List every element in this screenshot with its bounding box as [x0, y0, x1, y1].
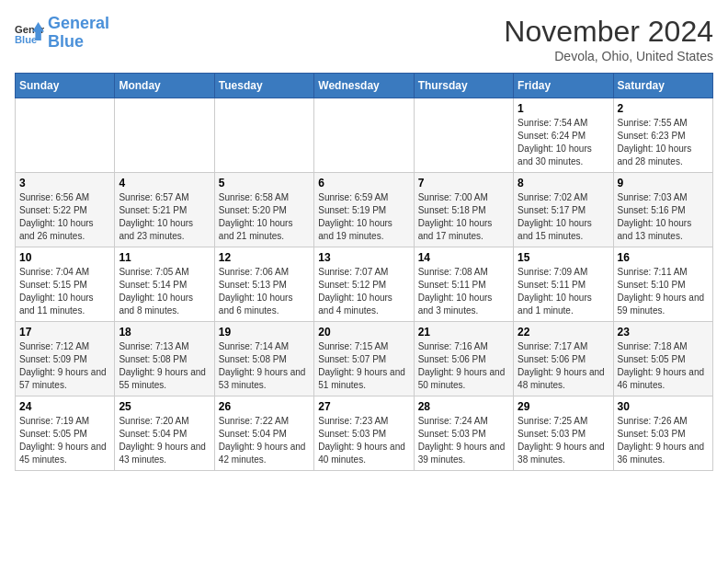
month-title: November 2024 — [504, 15, 713, 49]
calendar-cell: 23Sunrise: 7:18 AM Sunset: 5:05 PM Dayli… — [613, 322, 712, 396]
day-number: 12 — [219, 251, 310, 264]
calendar-cell: 8Sunrise: 7:02 AM Sunset: 5:17 PM Daylig… — [514, 173, 613, 247]
calendar-cell: 13Sunrise: 7:07 AM Sunset: 5:12 PM Dayli… — [314, 247, 414, 322]
day-info: Sunrise: 6:57 AM Sunset: 5:21 PM Dayligh… — [119, 191, 210, 243]
calendar-week-row: 3Sunrise: 6:56 AM Sunset: 5:22 PM Daylig… — [16, 173, 713, 247]
calendar-cell: 12Sunrise: 7:06 AM Sunset: 5:13 PM Dayli… — [214, 247, 313, 322]
day-number: 26 — [219, 400, 310, 413]
header-saturday: Saturday — [613, 74, 712, 98]
day-info: Sunrise: 7:25 AM Sunset: 5:03 PM Dayligh… — [518, 415, 609, 466]
calendar-cell: 30Sunrise: 7:26 AM Sunset: 5:03 PM Dayli… — [613, 396, 712, 471]
calendar-cell: 27Sunrise: 7:23 AM Sunset: 5:03 PM Dayli… — [314, 396, 414, 471]
day-number: 19 — [219, 326, 310, 339]
day-info: Sunrise: 7:04 AM Sunset: 5:15 PM Dayligh… — [19, 266, 110, 317]
calendar-cell: 28Sunrise: 7:24 AM Sunset: 5:03 PM Dayli… — [414, 396, 513, 471]
day-info: Sunrise: 7:05 AM Sunset: 5:14 PM Dayligh… — [119, 266, 210, 317]
calendar-cell: 2Sunrise: 7:55 AM Sunset: 6:23 PM Daylig… — [613, 98, 712, 173]
day-number: 17 — [19, 326, 110, 339]
calendar-cell — [314, 98, 414, 173]
day-info: Sunrise: 7:17 AM Sunset: 5:06 PM Dayligh… — [518, 340, 609, 392]
logo: General Blue GeneralBlue — [15, 15, 109, 52]
calendar-cell: 29Sunrise: 7:25 AM Sunset: 5:03 PM Dayli… — [514, 396, 613, 471]
day-number: 9 — [618, 177, 709, 190]
day-info: Sunrise: 7:16 AM Sunset: 5:06 PM Dayligh… — [418, 340, 509, 392]
calendar-week-row: 10Sunrise: 7:04 AM Sunset: 5:15 PM Dayli… — [16, 247, 713, 322]
location: Devola, Ohio, United States — [504, 49, 713, 63]
calendar-cell: 9Sunrise: 7:03 AM Sunset: 5:16 PM Daylig… — [613, 173, 712, 247]
day-info: Sunrise: 7:14 AM Sunset: 5:08 PM Dayligh… — [219, 340, 310, 392]
calendar-cell — [16, 98, 115, 173]
calendar-week-row: 24Sunrise: 7:19 AM Sunset: 5:05 PM Dayli… — [16, 396, 713, 471]
day-number: 14 — [418, 251, 509, 264]
calendar-cell: 10Sunrise: 7:04 AM Sunset: 5:15 PM Dayli… — [16, 247, 115, 322]
day-number: 11 — [119, 251, 210, 264]
day-info: Sunrise: 7:12 AM Sunset: 5:09 PM Dayligh… — [19, 340, 110, 392]
calendar-cell — [214, 98, 313, 173]
calendar-cell: 22Sunrise: 7:17 AM Sunset: 5:06 PM Dayli… — [514, 322, 613, 396]
calendar-cell: 3Sunrise: 6:56 AM Sunset: 5:22 PM Daylig… — [16, 173, 115, 247]
calendar-cell: 24Sunrise: 7:19 AM Sunset: 5:05 PM Dayli… — [16, 396, 115, 471]
page-header: General Blue GeneralBlue November 2024 D… — [15, 15, 713, 63]
day-info: Sunrise: 7:26 AM Sunset: 5:03 PM Dayligh… — [618, 415, 709, 466]
day-number: 4 — [119, 177, 210, 190]
day-number: 25 — [119, 400, 210, 413]
day-number: 13 — [318, 251, 409, 264]
calendar-cell: 25Sunrise: 7:20 AM Sunset: 5:04 PM Dayli… — [115, 396, 214, 471]
day-info: Sunrise: 7:23 AM Sunset: 5:03 PM Dayligh… — [318, 415, 409, 466]
day-number: 28 — [418, 400, 509, 413]
day-info: Sunrise: 7:09 AM Sunset: 5:11 PM Dayligh… — [518, 266, 609, 317]
day-info: Sunrise: 7:24 AM Sunset: 5:03 PM Dayligh… — [418, 415, 509, 466]
day-info: Sunrise: 7:06 AM Sunset: 5:13 PM Dayligh… — [219, 266, 310, 317]
calendar-cell — [414, 98, 513, 173]
day-number: 15 — [518, 251, 609, 264]
day-info: Sunrise: 7:19 AM Sunset: 5:05 PM Dayligh… — [19, 415, 110, 466]
day-info: Sunrise: 7:00 AM Sunset: 5:18 PM Dayligh… — [418, 191, 509, 243]
calendar-table: SundayMondayTuesdayWednesdayThursdayFrid… — [15, 73, 713, 471]
calendar-cell: 18Sunrise: 7:13 AM Sunset: 5:08 PM Dayli… — [115, 322, 214, 396]
day-number: 16 — [618, 251, 709, 264]
day-number: 23 — [618, 326, 709, 339]
calendar-cell — [115, 98, 214, 173]
calendar-cell: 11Sunrise: 7:05 AM Sunset: 5:14 PM Dayli… — [115, 247, 214, 322]
calendar-cell: 21Sunrise: 7:16 AM Sunset: 5:06 PM Dayli… — [414, 322, 513, 396]
day-info: Sunrise: 7:22 AM Sunset: 5:04 PM Dayligh… — [219, 415, 310, 466]
day-info: Sunrise: 7:15 AM Sunset: 5:07 PM Dayligh… — [318, 340, 409, 392]
day-number: 8 — [518, 177, 609, 190]
day-info: Sunrise: 7:11 AM Sunset: 5:10 PM Dayligh… — [618, 266, 709, 317]
day-info: Sunrise: 6:56 AM Sunset: 5:22 PM Dayligh… — [19, 191, 110, 243]
calendar-cell: 7Sunrise: 7:00 AM Sunset: 5:18 PM Daylig… — [414, 173, 513, 247]
header-wednesday: Wednesday — [314, 74, 414, 98]
svg-text:Blue: Blue — [15, 34, 37, 45]
day-number: 3 — [19, 177, 110, 190]
logo-icon: General Blue — [15, 18, 44, 48]
header-sunday: Sunday — [16, 74, 115, 98]
calendar-cell: 5Sunrise: 6:58 AM Sunset: 5:20 PM Daylig… — [214, 173, 313, 247]
day-number: 22 — [518, 326, 609, 339]
day-number: 24 — [19, 400, 110, 413]
header-tuesday: Tuesday — [214, 74, 313, 98]
logo-text: GeneralBlue — [48, 15, 109, 52]
title-section: November 2024 Devola, Ohio, United State… — [504, 15, 713, 63]
calendar-cell: 6Sunrise: 6:59 AM Sunset: 5:19 PM Daylig… — [314, 173, 414, 247]
calendar-cell: 16Sunrise: 7:11 AM Sunset: 5:10 PM Dayli… — [613, 247, 712, 322]
day-info: Sunrise: 7:20 AM Sunset: 5:04 PM Dayligh… — [119, 415, 210, 466]
calendar-cell: 19Sunrise: 7:14 AM Sunset: 5:08 PM Dayli… — [214, 322, 313, 396]
day-info: Sunrise: 7:08 AM Sunset: 5:11 PM Dayligh… — [418, 266, 509, 317]
calendar-cell: 4Sunrise: 6:57 AM Sunset: 5:21 PM Daylig… — [115, 173, 214, 247]
day-number: 20 — [318, 326, 409, 339]
calendar-header-row: SundayMondayTuesdayWednesdayThursdayFrid… — [16, 74, 713, 98]
day-info: Sunrise: 6:59 AM Sunset: 5:19 PM Dayligh… — [318, 191, 409, 243]
header-monday: Monday — [115, 74, 214, 98]
day-number: 5 — [219, 177, 310, 190]
day-info: Sunrise: 7:03 AM Sunset: 5:16 PM Dayligh… — [618, 191, 709, 243]
day-info: Sunrise: 6:58 AM Sunset: 5:20 PM Dayligh… — [219, 191, 310, 243]
day-info: Sunrise: 7:13 AM Sunset: 5:08 PM Dayligh… — [119, 340, 210, 392]
calendar-week-row: 17Sunrise: 7:12 AM Sunset: 5:09 PM Dayli… — [16, 322, 713, 396]
calendar-cell: 17Sunrise: 7:12 AM Sunset: 5:09 PM Dayli… — [16, 322, 115, 396]
day-number: 1 — [518, 102, 609, 115]
day-info: Sunrise: 7:18 AM Sunset: 5:05 PM Dayligh… — [618, 340, 709, 392]
header-thursday: Thursday — [414, 74, 513, 98]
day-info: Sunrise: 7:54 AM Sunset: 6:24 PM Dayligh… — [518, 117, 609, 168]
day-number: 21 — [418, 326, 509, 339]
calendar-cell: 15Sunrise: 7:09 AM Sunset: 5:11 PM Dayli… — [514, 247, 613, 322]
